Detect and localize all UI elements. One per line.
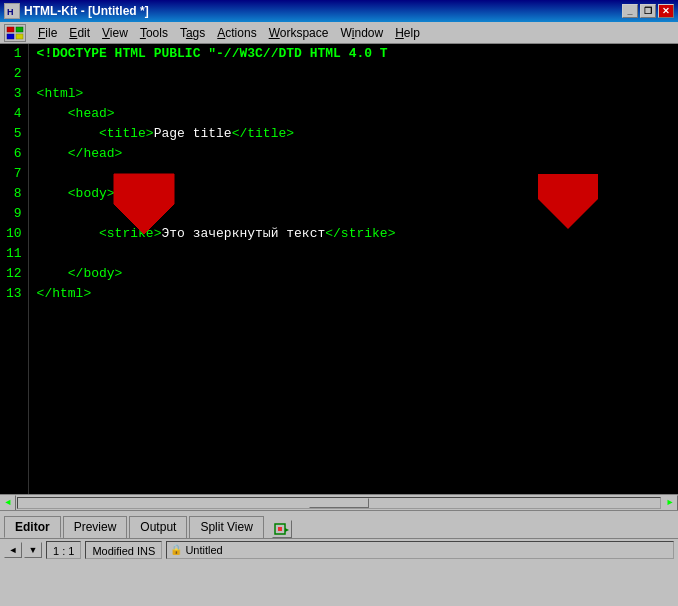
line-num: 5 [6,124,22,144]
code-line-12: </body> [37,264,678,284]
menu-view[interactable]: View [96,24,134,42]
code-line-3: <html> [37,84,678,104]
line-num: 10 [6,224,22,244]
tab-editor[interactable]: Editor [4,516,61,538]
line-num: 7 [6,164,22,184]
line-num: 8 [6,184,22,204]
editor-state: Modified INS [85,541,162,559]
svg-text:H: H [7,7,14,17]
tab-extra [272,520,292,538]
line-num: 1 [6,44,22,64]
line-numbers: 1 2 3 4 5 6 7 8 9 10 11 12 13 [0,44,29,494]
menu-bar: File Edit View Tools Tags Actions Worksp… [0,22,678,44]
editor-content: 1 2 3 4 5 6 7 8 9 10 11 12 13 <!DOCTYPE … [0,44,678,494]
title-bar-left: H HTML-Kit - [Untitled *] [4,3,149,19]
horizontal-scrollbar[interactable]: ◄ ► [0,494,678,510]
line-num: 11 [6,244,22,264]
svg-rect-5 [16,34,23,39]
menu-actions[interactable]: Actions [211,24,262,42]
line-num: 2 [6,64,22,84]
tab-output[interactable]: Output [129,516,187,538]
cursor-position: 1 : 1 [46,541,81,559]
code-line-8: <body> [37,184,678,204]
code-line-1: <!DOCTYPE HTML PUBLIC "-//W3C//DTD HTML … [37,44,678,64]
app-icon: H [4,3,20,19]
svg-marker-13 [285,528,289,532]
line-num: 3 [6,84,22,104]
tab-action-icon[interactable] [272,520,292,538]
menu-file[interactable]: File [32,24,63,42]
menu-help[interactable]: Help [389,24,426,42]
close-button[interactable]: ✕ [658,4,674,18]
restore-button[interactable]: ❐ [640,4,656,18]
status-buttons: ◄ ▼ [4,542,42,558]
minimize-button[interactable]: _ [622,4,638,18]
svg-rect-4 [7,34,14,39]
editor-area[interactable]: 1 2 3 4 5 6 7 8 9 10 11 12 13 <!DOCTYPE … [0,44,678,510]
line-num: 4 [6,104,22,124]
menu-tools[interactable]: Tools [134,24,174,42]
svg-rect-3 [16,27,23,32]
scroll-track[interactable] [17,497,661,509]
code-editor[interactable]: <!DOCTYPE HTML PUBLIC "-//W3C//DTD HTML … [29,44,678,494]
code-line-4: <head> [37,104,678,124]
status-btn-1[interactable]: ◄ [4,542,22,558]
filename-section: 🔒 Untitled [166,541,674,559]
code-line-7 [37,164,678,184]
window-title: HTML-Kit - [Untitled *] [24,4,149,18]
scroll-left-button[interactable]: ◄ [0,495,16,511]
code-line-5: <title>Page title</title> [37,124,678,144]
code-line-11 [37,244,678,264]
code-line-10: <strike>Это зачеркнутый текст</strike> [37,224,678,244]
line-num: 12 [6,264,22,284]
scroll-right-button[interactable]: ► [662,495,678,511]
tab-split-view[interactable]: Split View [189,516,263,538]
filename-text: Untitled [185,541,222,559]
svg-rect-2 [7,27,14,32]
window-controls: _ ❐ ✕ [622,4,674,18]
status-btn-2[interactable]: ▼ [24,542,42,558]
menu-workspace[interactable]: Workspace [263,24,335,42]
menu-tags[interactable]: Tags [174,24,211,42]
menu-edit[interactable]: Edit [63,24,96,42]
svg-rect-10 [275,524,285,534]
tab-bar: Editor Preview Output Split View [0,510,678,538]
menu-window[interactable]: Window [334,24,389,42]
scroll-thumb[interactable] [309,498,369,508]
title-bar: H HTML-Kit - [Untitled *] _ ❐ ✕ [0,0,678,22]
code-line-13: </html> [37,284,678,304]
code-line-9 [37,204,678,224]
line-num: 13 [6,284,22,304]
status-bar: ◄ ▼ 1 : 1 Modified INS 🔒 Untitled [0,538,678,560]
line-num: 9 [6,204,22,224]
toolbar-icon [4,24,26,42]
code-line-6: </head> [37,144,678,164]
lock-icon: 🔒 [171,544,181,556]
code-line-2 [37,64,678,84]
line-num: 6 [6,144,22,164]
tab-preview[interactable]: Preview [63,516,128,538]
